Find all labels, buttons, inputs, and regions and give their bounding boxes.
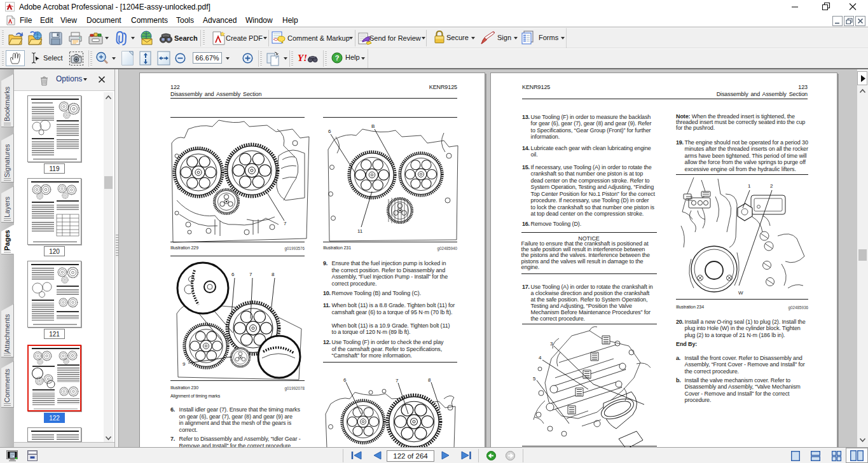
- svg-text:8: 8: [428, 377, 431, 383]
- svg-text:7: 7: [249, 272, 252, 277]
- svg-text:6: 6: [328, 128, 331, 134]
- svg-text:7: 7: [284, 221, 287, 226]
- svg-text:3: 3: [550, 341, 553, 347]
- svg-text:11: 11: [357, 228, 363, 234]
- svg-text:B: B: [371, 123, 375, 129]
- svg-text:6: 6: [231, 272, 235, 277]
- svg-text:?: ?: [335, 54, 340, 62]
- svg-text:4: 4: [539, 355, 542, 361]
- svg-text:W: W: [738, 290, 743, 296]
- svg-text:1: 1: [748, 183, 751, 189]
- svg-text:6: 6: [343, 377, 347, 383]
- svg-text:7: 7: [396, 378, 399, 384]
- svg-text:2: 2: [770, 183, 773, 189]
- svg-text:5: 5: [533, 376, 536, 382]
- svg-text:8: 8: [272, 272, 275, 277]
- svg-text:9: 9: [183, 361, 186, 367]
